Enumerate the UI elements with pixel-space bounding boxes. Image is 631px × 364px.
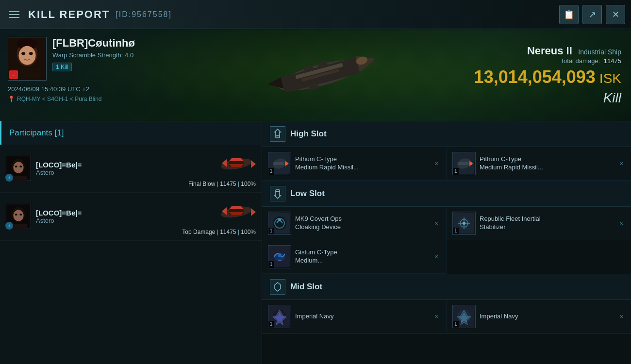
item-close-button[interactable]: ×: [432, 219, 440, 227]
participant-stats: Top Damage | 11475 | 100%: [182, 229, 256, 235]
participant-info: [LOCO]=Be|= Astero: [36, 209, 177, 224]
svg-point-62: [463, 222, 465, 225]
item-qty: 1: [453, 321, 459, 328]
title-actions: 📋 ↗ ✕: [559, 5, 625, 24]
character-name: [FLBR]Cøutinhø: [52, 37, 167, 50]
ship-type: Industrial Ship: [578, 48, 621, 56]
item-qty: 1: [453, 228, 459, 234]
svg-marker-27: [229, 158, 244, 161]
item-icon: 1: [268, 212, 291, 235]
item-icon: 1: [452, 212, 476, 235]
character-avatar: –: [8, 37, 47, 81]
slot-item[interactable]: 1 Pithum C-TypeMedium Rapid Missil... ×: [262, 147, 447, 181]
item-close-button[interactable]: ×: [617, 160, 625, 167]
slot-item[interactable]: 1 Imperial Navy ×: [262, 300, 447, 333]
copy-button[interactable]: 📋: [559, 5, 579, 24]
left-panel: Participants [1] + [LOCO]=Be|= Astero: [0, 121, 262, 364]
svg-point-32: [15, 214, 17, 215]
participant-info: [LOCO]=Be|= Astero: [36, 161, 183, 176]
participant-row[interactable]: + [LOCO]=Be|= Astero: [0, 193, 262, 241]
svg-point-56: [278, 218, 281, 221]
item-close-button[interactable]: ×: [432, 160, 440, 167]
item-qty: 1: [268, 168, 274, 175]
svg-marker-39: [229, 206, 244, 209]
item-icon: 1: [268, 152, 291, 175]
item-icon: 1: [268, 305, 291, 328]
item-close-button[interactable]: ×: [617, 313, 625, 320]
high-slot-icon: [270, 126, 285, 142]
item-qty: 1: [268, 321, 274, 328]
low-slot-section: Low Slot 1 MK9 Covert OpsCloakin: [262, 181, 631, 274]
isk-label: ISK: [599, 71, 621, 86]
svg-point-3: [18, 46, 35, 65]
slot-item[interactable]: 1 Gistum C-TypeMedium... ×: [262, 240, 447, 274]
kill-type-badge: Kill: [603, 90, 621, 106]
mid-slot-items: 1 Imperial Navy × 1 I: [262, 300, 631, 334]
right-panel: High Slot 1 Pithum C-TypeMedium: [262, 121, 631, 364]
item-name: Pithum C-TypeMedium Rapid Missil...: [295, 155, 429, 172]
hero-left: – [FLBR]Cøutinhø Warp Scramble Strength:…: [0, 29, 175, 121]
participant-ship-image: [217, 198, 256, 227]
svg-marker-40: [229, 212, 244, 215]
slot-item[interactable]: 1 Imperial Navy ×: [447, 300, 631, 333]
character-stat: Warp Scramble Strength: 4.0: [52, 51, 167, 59]
participant-avatar: +: [6, 204, 31, 229]
main-content: Participants [1] + [LOCO]=Be|= Astero: [0, 121, 631, 364]
item-close-button[interactable]: ×: [432, 313, 440, 320]
svg-rect-52: [276, 190, 280, 192]
hero-section: – [FLBR]Cøutinhø Warp Scramble Strength:…: [0, 29, 631, 121]
ship-name: Nereus II: [527, 45, 572, 57]
high-slot-section: High Slot 1 Pithum C-TypeMedium: [262, 121, 631, 181]
menu-button[interactable]: [6, 8, 22, 21]
participant-ship: Astero: [36, 217, 177, 224]
character-info: – [FLBR]Cøutinhø Warp Scramble Strength:…: [8, 37, 167, 81]
participant-plus-icon: +: [5, 222, 13, 230]
high-slot-items: 1 Pithum C-TypeMedium Rapid Missil... ×: [262, 147, 631, 181]
item-name: Imperial Navy: [480, 313, 614, 321]
svg-point-5: [29, 52, 33, 55]
svg-point-65: [278, 253, 282, 257]
participant-name: [LOCO]=Be|=: [36, 209, 177, 217]
item-close-button[interactable]: ×: [617, 219, 625, 227]
char-details: [FLBR]Cøutinhø Warp Scramble Strength: 4…: [52, 37, 167, 71]
item-name: Gistum C-TypeMedium...: [295, 248, 429, 265]
slot-item[interactable]: 1 MK9 Covert OpsCloaking Device ×: [262, 207, 447, 240]
isk-value: 13,014,054,093: [474, 68, 596, 86]
item-close-button[interactable]: ×: [432, 253, 440, 261]
svg-point-4: [21, 52, 25, 55]
ship-svg: [267, 39, 374, 112]
svg-point-33: [19, 214, 22, 215]
item-qty: 1: [268, 261, 274, 268]
svg-point-21: [19, 165, 22, 167]
participant-plus-icon: +: [5, 174, 13, 182]
share-button[interactable]: ↗: [582, 5, 602, 24]
svg-point-20: [15, 165, 17, 167]
slot-item[interactable]: 1 Republic Fleet InertialStabilizer ×: [447, 207, 631, 240]
low-slot-icon: [270, 186, 285, 201]
item-name: Republic Fleet InertialStabilizer: [480, 215, 614, 232]
kill-location[interactable]: 📍 RQH-MY < S4GH-1 < Pura Blind: [8, 96, 167, 102]
kills-badge[interactable]: 1 Kill: [52, 63, 72, 71]
item-qty: 1: [453, 168, 459, 175]
item-qty: 1: [268, 228, 274, 234]
participant-row[interactable]: + [LOCO]=Be|= Astero: [0, 145, 262, 193]
svg-point-19: [13, 162, 23, 173]
participant-ship-image: [217, 149, 256, 179]
mid-slot-title: Mid Slot: [290, 282, 322, 292]
item-icon: 1: [452, 152, 476, 175]
item-icon: 1: [452, 305, 476, 328]
high-slot-title: High Slot: [290, 129, 327, 139]
mid-slot-icon: [270, 279, 285, 295]
svg-point-31: [13, 210, 23, 221]
report-id: [ID:9567558]: [116, 10, 172, 19]
title-bar: KILL REPORT [ID:9567558] 📋 ↗ ✕: [0, 0, 631, 29]
item-name: Pithum C-TypeMedium Rapid Missil...: [480, 155, 614, 172]
participant-name: [LOCO]=Be|=: [36, 161, 183, 169]
close-button[interactable]: ✕: [606, 5, 625, 24]
svg-rect-50: [458, 162, 468, 165]
svg-rect-41: [276, 136, 280, 138]
low-slot-items: 1 MK9 Covert OpsCloaking Device ×: [262, 207, 631, 274]
slot-item[interactable]: 1 Pithum C-TypeMedium Rapid Missil... ×: [447, 147, 631, 181]
low-slot-title: Low Slot: [290, 189, 325, 199]
location-text: RQH-MY < S4GH-1 < Pura Blind: [17, 96, 102, 102]
